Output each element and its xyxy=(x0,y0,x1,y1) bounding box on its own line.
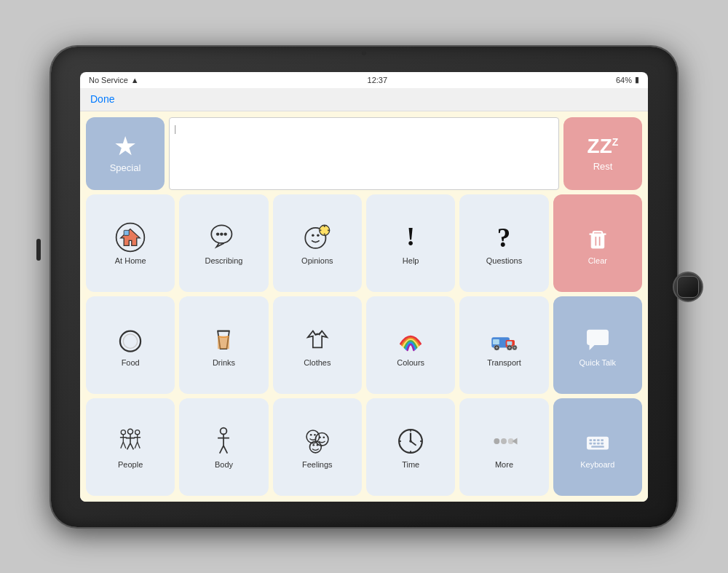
carrier-text: No Service xyxy=(89,76,128,84)
svg-point-22 xyxy=(123,333,137,347)
svg-line-43 xyxy=(123,441,126,448)
svg-rect-81 xyxy=(593,442,596,444)
at-home-button[interactable]: At Home xyxy=(86,194,175,292)
svg-text:!: ! xyxy=(406,223,415,251)
svg-point-55 xyxy=(310,433,312,435)
clear-label: Clear xyxy=(588,256,607,265)
transport-icon xyxy=(488,323,520,355)
svg-point-66 xyxy=(409,440,412,443)
time-icon xyxy=(395,425,427,457)
camera xyxy=(362,51,366,55)
keyboard-button[interactable]: Keyboard xyxy=(553,398,642,496)
questions-button[interactable]: ? Questions xyxy=(459,194,548,292)
svg-point-8 xyxy=(312,234,314,237)
svg-rect-2 xyxy=(124,230,129,235)
svg-point-58 xyxy=(319,436,321,438)
keyboard-icon xyxy=(582,425,614,457)
questions-label: Questions xyxy=(486,256,523,265)
quick-talk-label: Quick Talk xyxy=(579,358,617,367)
svg-point-29 xyxy=(496,346,499,349)
ipad-device: No Service ▲ 12:37 64% ▮ Done xyxy=(51,47,677,527)
svg-text:?: ? xyxy=(497,223,510,253)
body-button[interactable]: Body xyxy=(179,398,268,496)
svg-rect-76 xyxy=(589,439,592,441)
star-icon: ★ xyxy=(114,133,137,159)
svg-line-37 xyxy=(127,443,130,449)
opinions-icon xyxy=(301,221,333,253)
svg-point-56 xyxy=(314,433,316,435)
svg-point-49 xyxy=(221,427,227,434)
svg-rect-79 xyxy=(601,439,604,441)
side-button xyxy=(36,239,41,261)
status-bar: No Service ▲ 12:37 64% ▮ xyxy=(80,72,648,88)
questions-icon: ? xyxy=(488,221,520,253)
special-label: Special xyxy=(110,162,141,173)
grid-row-1: At Home Describing xyxy=(86,194,642,292)
drinks-icon xyxy=(207,323,240,355)
svg-point-9 xyxy=(317,234,320,237)
help-label: Help xyxy=(403,256,419,265)
status-left: No Service ▲ xyxy=(89,76,139,84)
feelings-button[interactable]: Feelings xyxy=(273,398,362,496)
body-label: Body xyxy=(215,460,233,469)
text-input[interactable]: | xyxy=(169,117,559,190)
describing-icon xyxy=(207,221,240,253)
help-button[interactable]: ! Help xyxy=(366,194,455,292)
feelings-label: Feelings xyxy=(302,460,333,469)
food-button[interactable]: Food xyxy=(86,296,175,394)
main-area: ★ Special | ZZZ Rest xyxy=(80,111,648,502)
battery-icon: ▮ xyxy=(635,75,639,84)
people-icon xyxy=(114,425,146,457)
quick-talk-button[interactable]: Quick Talk xyxy=(553,296,642,394)
time-button[interactable]: Time xyxy=(366,398,455,496)
colours-icon xyxy=(395,323,427,355)
app-container: Done ★ Special | xyxy=(80,88,648,502)
status-time: 12:37 xyxy=(368,76,388,84)
svg-point-39 xyxy=(121,430,125,434)
rest-button[interactable]: ZZZ Rest xyxy=(563,117,642,190)
keyboard-label: Keyboard xyxy=(580,460,614,469)
svg-point-57 xyxy=(315,432,328,446)
transport-label: Transport xyxy=(487,358,521,367)
home-button[interactable] xyxy=(673,272,703,302)
svg-rect-83 xyxy=(601,442,604,444)
special-button[interactable]: ★ Special xyxy=(86,117,165,190)
battery-text: 64% xyxy=(616,76,632,84)
people-label: People xyxy=(118,460,143,469)
svg-rect-80 xyxy=(589,442,592,444)
transport-button[interactable]: Transport xyxy=(459,296,548,394)
drinks-button[interactable]: Drinks xyxy=(179,296,268,394)
clear-icon xyxy=(582,221,614,253)
svg-line-53 xyxy=(223,446,227,454)
colours-label: Colours xyxy=(397,358,424,367)
svg-point-5 xyxy=(221,232,223,235)
svg-rect-26 xyxy=(494,339,500,344)
clothes-button[interactable]: Clothes xyxy=(273,296,362,394)
clothes-icon xyxy=(301,323,333,355)
colours-button[interactable]: Colours xyxy=(366,296,455,394)
svg-point-71 xyxy=(494,438,500,444)
body-icon xyxy=(207,425,240,457)
rest-label: Rest xyxy=(593,161,613,172)
svg-rect-17 xyxy=(591,234,604,248)
done-button[interactable]: Done xyxy=(90,93,114,105)
clear-button[interactable]: Clear xyxy=(553,194,642,292)
opinions-button[interactable]: Opinions xyxy=(273,194,362,292)
svg-point-72 xyxy=(502,438,507,444)
describing-button[interactable]: Describing xyxy=(179,194,268,292)
describing-label: Describing xyxy=(205,256,243,265)
food-icon xyxy=(114,323,146,355)
svg-point-44 xyxy=(135,430,140,434)
quick-talk-icon xyxy=(582,323,614,355)
svg-point-4 xyxy=(216,232,219,235)
svg-rect-23 xyxy=(218,336,230,349)
zzz-icon: ZZZ xyxy=(587,135,619,158)
svg-point-31 xyxy=(509,346,512,349)
more-button[interactable]: More xyxy=(459,398,548,496)
svg-point-59 xyxy=(323,436,325,438)
at-home-label: At Home xyxy=(115,256,146,265)
grid-row-2: Food Drinks xyxy=(86,296,642,394)
svg-rect-77 xyxy=(593,439,596,441)
svg-rect-27 xyxy=(507,341,513,344)
people-button[interactable]: People xyxy=(86,398,175,496)
